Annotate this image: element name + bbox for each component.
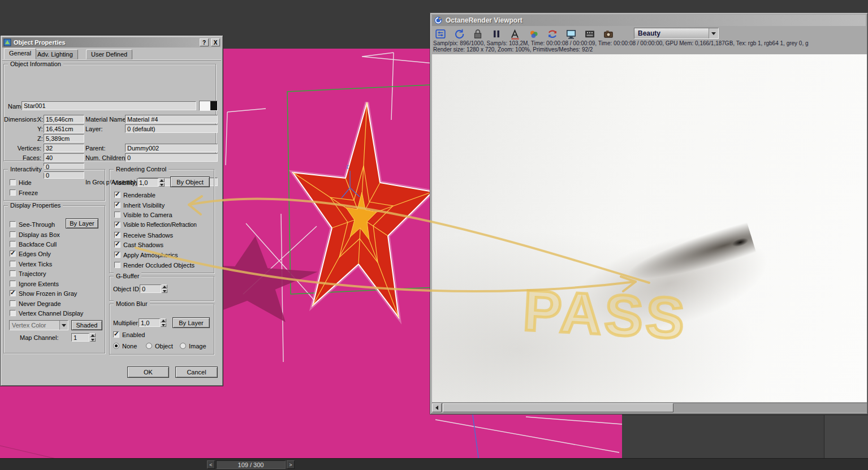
checkbox-render-occluded[interactable]: Render Occluded Objects (114, 261, 195, 269)
parent-field[interactable]: Dummy002 (125, 144, 218, 152)
frame-counter-field[interactable]: 109 / 300 (216, 460, 286, 469)
help-button[interactable]: ? (200, 38, 209, 46)
checkbox-show-frozen[interactable]: Show Frozen in Gray (10, 290, 77, 297)
dim-y-field[interactable]: 16,451cm (44, 124, 84, 133)
radio-mb-object[interactable]: Object (146, 342, 173, 350)
checkbox-apply-atmospherics[interactable]: Apply Atmospherics (114, 251, 178, 258)
checkbox-cast-shadows[interactable]: Cast Shadows (114, 241, 163, 248)
tab-user-defined[interactable]: User Defined (86, 49, 132, 59)
close-button[interactable]: X (211, 38, 220, 46)
never-degrade-checkbox[interactable] (10, 300, 16, 307)
checkbox-ignore-extents[interactable]: Ignore Extents (10, 280, 59, 287)
layer-field[interactable]: 0 (default) (125, 124, 218, 133)
vertex-channel-checkbox[interactable] (10, 310, 16, 316)
multiplier-spinner[interactable] (161, 318, 166, 327)
map-channel-spinner[interactable] (90, 333, 96, 342)
dropdown-arrow-icon[interactable] (59, 321, 68, 330)
renderable-checkbox[interactable] (114, 192, 120, 198)
checkbox-visible-to-reflection[interactable]: Visible to Reflection/Refraction (114, 221, 197, 228)
octane-sync-compare-icon[interactable] (546, 28, 559, 40)
see-through-checkbox[interactable] (10, 221, 16, 227)
motion-blur-by-layer-button[interactable]: By Layer (172, 317, 210, 328)
dialog-title-bar[interactable]: Object Properties ? X (2, 37, 221, 48)
cast-shadows-checkbox[interactable] (114, 242, 120, 248)
checkbox-backface-cull[interactable]: Backface Cull (10, 240, 57, 248)
checkbox-mb-enabled[interactable]: Enabled (113, 331, 145, 338)
object-color-swatch[interactable] (199, 101, 218, 111)
radio-mb-none[interactable]: None (113, 342, 137, 350)
mb-none-radio[interactable] (113, 343, 119, 349)
visibility-field[interactable]: 1,0 (137, 178, 158, 187)
render-occluded-checkbox[interactable] (114, 262, 120, 268)
tab-general[interactable]: General (4, 48, 36, 59)
render-pass-dropdown[interactable]: Beauty (634, 28, 719, 39)
checkbox-display-as-box[interactable]: Display as Box (10, 231, 60, 238)
checkbox-vertex-channel[interactable]: Vertex Channel Display (10, 309, 83, 317)
mb-enabled-checkbox[interactable] (113, 331, 119, 338)
material-field[interactable]: Material #4 (125, 115, 218, 123)
checkbox-renderable[interactable]: Renderable (114, 191, 156, 199)
object-id-spinner[interactable] (162, 284, 167, 293)
radio-mb-image[interactable]: Image (180, 342, 206, 350)
visible-to-camera-checkbox[interactable] (114, 212, 120, 218)
frame-prev-button[interactable]: < (207, 460, 215, 469)
checkbox-visible-to-camera[interactable]: Visible to Camera (114, 211, 172, 218)
checkbox-trajectory[interactable]: Trajectory (10, 270, 46, 277)
children-field[interactable]: 0 (125, 153, 218, 162)
vertex-color-dropdown[interactable]: Vertex Color (9, 320, 68, 330)
frame-next-button[interactable]: > (287, 460, 295, 469)
name-field[interactable]: Star001 (21, 101, 196, 110)
octane-pause-icon[interactable] (490, 28, 503, 40)
octane-camera-icon[interactable] (602, 28, 615, 40)
dim-z-field[interactable]: 5,389cm (44, 134, 84, 143)
dim-x-field[interactable]: 15,646cm (44, 115, 84, 123)
ok-button[interactable]: OK (127, 366, 169, 378)
octane-settings-icon[interactable] (434, 28, 447, 40)
object-id-field[interactable]: 0 (140, 284, 161, 293)
edges-only-checkbox[interactable] (10, 251, 16, 257)
visible-to-reflection-checkbox[interactable] (114, 222, 120, 228)
ignore-extents-checkbox[interactable] (10, 281, 16, 287)
checkbox-receive-shadows[interactable]: Receive Shadows (114, 231, 173, 239)
dropdown-arrow-icon[interactable] (709, 28, 718, 38)
freeze-checkbox[interactable] (10, 189, 16, 196)
checkbox-see-through[interactable]: See-Through (10, 221, 55, 228)
cancel-button[interactable]: Cancel (175, 366, 218, 378)
octane-lock-icon[interactable] (471, 28, 485, 40)
checkbox-vertex-ticks[interactable]: Vertex Ticks (10, 260, 52, 268)
visibility-spinner[interactable] (159, 178, 165, 187)
render-hscrollbar[interactable] (432, 403, 867, 412)
mb-object-radio[interactable] (146, 343, 152, 349)
scrollbar-thumb[interactable] (443, 403, 673, 412)
mb-image-radio[interactable] (180, 343, 186, 349)
checkbox-edges-only[interactable]: Edges Only (10, 250, 51, 257)
display-by-layer-button[interactable]: By Layer (66, 218, 98, 228)
multiplier-field[interactable]: 1,0 (139, 318, 160, 327)
inherit-visibility-checkbox[interactable] (114, 202, 120, 208)
octane-text-overlay-icon[interactable] (508, 28, 522, 40)
receive-shadows-checkbox[interactable] (114, 232, 120, 238)
checkbox-freeze[interactable]: Freeze (10, 189, 38, 196)
by-object-button[interactable]: By Object (170, 176, 210, 187)
hide-checkbox[interactable] (10, 179, 16, 186)
checkbox-inherit-visibility[interactable]: Inherit Visibility (114, 201, 165, 209)
octane-reset-render-icon[interactable] (452, 28, 466, 40)
scroll-left-button[interactable] (432, 403, 442, 412)
tab-adv-lighting[interactable]: Adv. Lighting (32, 49, 78, 59)
octane-film-save-icon[interactable] (583, 28, 597, 40)
map-channel-field[interactable]: 1 (71, 333, 89, 342)
backface-cull-checkbox[interactable] (10, 241, 16, 247)
vertex-ticks-checkbox[interactable] (10, 261, 16, 267)
checkbox-hide[interactable]: Hide (10, 179, 32, 186)
octane-title-bar[interactable]: OctaneRender Viewport (432, 15, 866, 26)
show-frozen-checkbox[interactable] (10, 290, 16, 296)
apply-atmospherics-checkbox[interactable] (114, 252, 120, 258)
trajectory-checkbox[interactable] (10, 270, 16, 277)
vertices-field[interactable]: 32 (44, 144, 84, 152)
octane-color-picker-icon[interactable] (527, 28, 541, 40)
faces-field[interactable]: 40 (44, 153, 84, 162)
octane-display-mode-icon[interactable] (564, 28, 578, 40)
display-as-box-checkbox[interactable] (10, 231, 16, 238)
shaded-button[interactable]: Shaded (71, 320, 102, 330)
checkbox-never-degrade[interactable]: Never Degrade (10, 300, 61, 307)
